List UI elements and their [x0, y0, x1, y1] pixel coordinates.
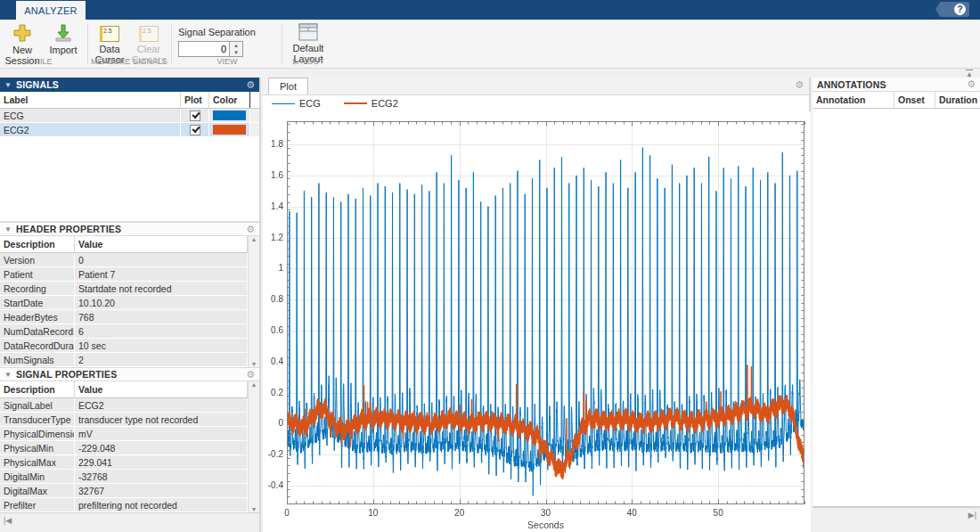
signal-properties-scrollbar[interactable]: ▲ ▼ [248, 381, 259, 512]
property-description: TransducerType [0, 413, 75, 426]
y-tick-label: -0.4 [262, 480, 283, 490]
x-tick-label: 20 [446, 508, 473, 518]
help-icon: ? [954, 4, 966, 15]
left-panel: ▼ SIGNALS ⚙ Label Plot Color ECG ECG2 ▼ … [0, 78, 261, 532]
y-tick-label: 1.4 [262, 201, 283, 211]
scroll-up-icon[interactable]: ▲ [251, 381, 257, 388]
signal-separation-spinner[interactable]: ▲ ▼ [230, 41, 243, 57]
property-value: Patient 7 [75, 267, 248, 281]
signal-property-row[interactable]: PhysicalMin-229.048 [0, 441, 248, 455]
property-value: ECG2 [75, 398, 248, 412]
signals-empty-area [0, 137, 259, 222]
y-tick-label: 1 [262, 263, 283, 273]
header-properties-header[interactable]: ▼ HEADER PROPERTIES ⚙ [0, 222, 259, 236]
col-value[interactable]: Value [75, 236, 248, 252]
header-property-row[interactable]: DataRecordDuration10 sec [0, 339, 248, 353]
annotations-empty-body [813, 109, 980, 507]
x-tick-label: 30 [533, 508, 559, 518]
header-property-row[interactable]: Version0 [0, 253, 248, 267]
tab-analyzer[interactable]: ANALYZER [16, 1, 86, 20]
col-description[interactable]: Description [0, 236, 75, 252]
col-onset[interactable]: Onset [894, 92, 935, 108]
clear-cursors-icon: 2.5 [139, 26, 159, 42]
scroll-up-icon[interactable]: ▲ [251, 236, 257, 242]
ecg-chart-canvas[interactable] [263, 111, 811, 532]
header-property-row[interactable]: StartDate10.10.20 [0, 296, 248, 310]
col-duration[interactable]: Duration [935, 92, 979, 108]
spinner-up-icon[interactable]: ▲ [230, 42, 242, 49]
signal-property-row[interactable]: DigitalMax32767 [0, 484, 248, 498]
property-description: PhysicalDimension [0, 427, 75, 440]
scroll-left-icon[interactable]: |◀ [4, 516, 12, 525]
property-value: 10 sec [75, 339, 248, 352]
signals-panel-header[interactable]: ▼ SIGNALS ⚙ [0, 78, 259, 92]
import-button[interactable]: Import [45, 23, 82, 55]
col-value[interactable]: Value [75, 381, 248, 397]
x-tick-label: 40 [618, 508, 645, 518]
scroll-down-icon[interactable]: ▼ [251, 506, 257, 512]
signals-title: SIGNALS [16, 79, 59, 90]
signal-property-row[interactable]: PhysicalDimensionmV [0, 427, 248, 441]
header-property-row[interactable]: NumSignals2 [0, 353, 248, 367]
header-properties-gear-icon[interactable]: ⚙ [246, 225, 255, 234]
color-cell[interactable] [209, 123, 250, 136]
header-property-row[interactable]: NumDataRecords6 [0, 324, 248, 339]
property-description: SignalLabel [0, 398, 75, 412]
plot-gear-icon[interactable]: ⚙ [795, 80, 804, 90]
collapse-triangle-icon[interactable]: ▼ [4, 371, 12, 379]
signal-property-row[interactable]: TransducerTypetransducer type not record… [0, 413, 248, 427]
plot-checkbox-cell[interactable] [181, 109, 209, 122]
signal-property-row[interactable]: DigitalMin-32768 [0, 470, 248, 484]
signal-property-row[interactable]: PhysicalMax229.041 [0, 455, 248, 470]
property-value: prefiltering not recorded [75, 498, 248, 512]
tab-plot[interactable]: Plot [268, 78, 308, 94]
signal-property-row[interactable]: SignalLabelECG2 [0, 398, 248, 413]
signal-row-ecg2[interactable]: ECG2 [0, 123, 259, 137]
col-description[interactable]: Description [0, 381, 75, 397]
signals-gear-icon[interactable]: ⚙ [246, 80, 255, 90]
annotations-gear-icon[interactable]: ⚙ [967, 79, 976, 89]
left-horizontal-scrollbar[interactable]: |◀ [0, 512, 259, 528]
color-swatch[interactable] [213, 125, 246, 135]
signal-properties-header[interactable]: ▼ SIGNAL PROPERTIES ⚙ [0, 367, 259, 381]
help-button[interactable]: ? [935, 2, 969, 17]
signal-label[interactable]: ECG2 [0, 123, 181, 136]
signals-col-color[interactable]: Color [209, 92, 250, 108]
plot-checkbox-checked[interactable] [190, 125, 200, 135]
signal-separation-input[interactable] [178, 41, 230, 57]
default-layout-icon [298, 23, 318, 41]
col-annotation[interactable]: Annotation [813, 92, 894, 108]
chart-area[interactable]: Seconds -0.4-0.200.20.40.60.811.21.41.61… [263, 111, 811, 532]
header-property-row[interactable]: RecordingStartdate not recorded [0, 282, 248, 296]
header-property-row[interactable]: PatientPatient 7 [0, 267, 248, 282]
x-tick-label: 50 [705, 508, 731, 518]
signals-col-label[interactable]: Label [0, 92, 181, 108]
signal-separation-group: Signal Separation ▲ ▼ [178, 23, 276, 57]
legend-item-ecg[interactable]: ECG [272, 98, 321, 109]
color-cell[interactable] [209, 109, 250, 122]
signal-label[interactable]: ECG [0, 109, 181, 122]
scroll-down-icon[interactable]: ▼ [251, 361, 257, 367]
signal-properties-gear-icon[interactable]: ⚙ [246, 370, 255, 380]
signal-row-ecg[interactable]: ECG [0, 109, 259, 123]
legend-item-ecg2[interactable]: ECG2 [344, 98, 398, 109]
color-swatch[interactable] [213, 110, 246, 120]
annotations-horizontal-scrollbar[interactable]: ▶| [813, 507, 980, 522]
scroll-right-icon[interactable]: ▶| [968, 511, 976, 520]
new-session-plus-icon [12, 23, 32, 43]
property-value: Startdate not recorded [75, 282, 248, 295]
header-properties-scrollbar[interactable]: ▲ ▼ [248, 236, 259, 367]
plot-checkbox-checked[interactable] [190, 110, 200, 121]
collapse-triangle-icon[interactable]: ▼ [4, 81, 12, 89]
plot-checkbox-cell[interactable] [181, 123, 209, 136]
header-property-row[interactable]: HeaderBytes768 [0, 310, 248, 324]
property-description: Patient [0, 267, 75, 281]
x-tick-label: 0 [274, 508, 300, 518]
spinner-down-icon[interactable]: ▼ [230, 49, 242, 56]
collapse-triangle-icon[interactable]: ▼ [4, 225, 12, 233]
signals-col-plot[interactable]: Plot [181, 92, 209, 108]
signal-property-row[interactable]: Prefilterprefiltering not recorded [0, 498, 248, 512]
annotations-table-header: Annotation Onset Duration [813, 92, 980, 109]
signal-properties-table-header: Description Value [0, 381, 248, 398]
annotations-header[interactable]: ANNOTATIONS ⚙ [813, 78, 980, 92]
